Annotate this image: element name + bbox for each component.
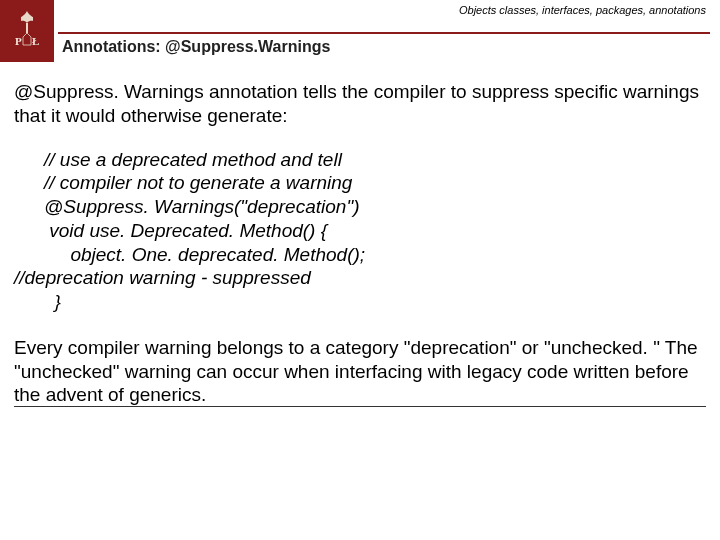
code-line: // compiler not to generate a warning: [44, 171, 706, 195]
logo: P Ł: [0, 0, 54, 62]
svg-text:P: P: [15, 35, 22, 47]
svg-text:Ł: Ł: [32, 35, 39, 47]
code-line: @Suppress. Warnings("deprecation"): [44, 195, 706, 219]
code-line: void use. Deprecated. Method() {: [44, 219, 706, 243]
intro-paragraph: @Suppress. Warnings annotation tells the…: [14, 80, 706, 128]
header-divider: [58, 32, 710, 34]
outro-wrap: Every compiler warning belongs to a cate…: [14, 336, 706, 409]
code-line: // use a deprecated method and tell: [44, 148, 706, 172]
slide-header: Objects classes, interfaces, packages, a…: [0, 0, 720, 62]
code-line: }: [44, 290, 706, 314]
breadcrumb: Objects classes, interfaces, packages, a…: [459, 4, 706, 16]
svg-rect-0: [26, 23, 28, 33]
shield-logo-icon: P Ł: [7, 7, 47, 55]
code-example: // use a deprecated method and tell // c…: [44, 148, 706, 314]
page-title: Annotations: @Suppress.Warnings: [62, 38, 330, 56]
code-line: //deprecation warning - suppressed: [14, 266, 706, 290]
outro-paragraph: Every compiler warning belongs to a cate…: [14, 337, 698, 406]
code-line: object. One. deprecated. Method();: [44, 243, 706, 267]
slide-content: @Suppress. Warnings annotation tells the…: [0, 62, 720, 407]
